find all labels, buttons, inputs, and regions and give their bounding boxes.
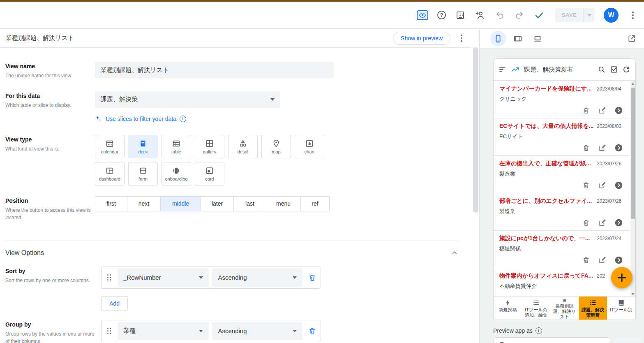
nav-tab-new-solutions[interactable]: 課題、解決策新着 — [579, 297, 607, 320]
list-item[interactable]: 部署ごとに、別のエクセルファイ... 2023/07/26 製造業 — [494, 193, 630, 231]
position-middle[interactable]: middle — [160, 196, 201, 211]
scroll-up-icon[interactable] — [631, 83, 635, 85]
open-row-icon[interactable] — [614, 181, 623, 190]
view-more-menu-icon[interactable] — [456, 33, 467, 44]
open-in-new-icon[interactable] — [628, 35, 636, 43]
view-name-input[interactable] — [95, 62, 334, 78]
view-type-onboarding[interactable]: onboarding — [162, 162, 191, 185]
sort-column-select[interactable]: _RowNumber — [118, 269, 209, 287]
delete-icon[interactable] — [582, 181, 590, 189]
list-scrollbar[interactable] — [630, 81, 635, 297]
book-icon — [561, 299, 568, 303]
sort-criterion: _RowNumber Ascending — [101, 267, 321, 289]
position-ref[interactable]: ref — [300, 196, 330, 211]
avatar[interactable]: W — [604, 8, 619, 23]
list-item[interactable]: 施設にpcが1台しかないので、一... 2023/07/24 福祉関係 — [494, 231, 630, 268]
delete-sort-icon[interactable] — [308, 273, 316, 282]
group-column-select[interactable]: 業種 — [118, 322, 209, 340]
open-row-icon[interactable] — [614, 144, 623, 152]
edit-icon[interactable] — [598, 219, 606, 227]
view-type-card[interactable]: card — [195, 162, 224, 185]
position-last[interactable]: last — [233, 196, 266, 211]
save-button[interactable]: SAVE — [555, 8, 583, 22]
undo-icon[interactable] — [494, 10, 505, 21]
add-sort-button[interactable]: Add — [101, 296, 128, 311]
view-type-map[interactable]: map — [261, 135, 291, 158]
nav-tab-it-tools-edit[interactable]: ITツールの追加、編集 — [522, 297, 550, 320]
redo-icon[interactable] — [514, 10, 525, 21]
search-icon[interactable] — [598, 65, 606, 74]
view-type-dashboard[interactable]: dashboard — [95, 162, 125, 185]
add-user-icon[interactable] — [475, 10, 485, 21]
delete-group-icon[interactable] — [308, 327, 316, 335]
edit-icon[interactable] — [598, 256, 606, 264]
map-pin-icon — [272, 139, 281, 148]
app-title: 課題、解決策新着 — [524, 66, 593, 74]
deck-list: マイナンバーカードを保険証にす... 2023/08/04 クリニック ECサイ… — [494, 81, 635, 297]
select-checkbox-icon[interactable] — [610, 65, 618, 74]
list-icon — [589, 299, 597, 306]
nav-tab-new-post[interactable]: 新規投稿 — [494, 297, 522, 320]
info-icon[interactable]: i — [180, 116, 186, 122]
position-next[interactable]: next — [127, 196, 161, 211]
view-type-table[interactable]: table — [162, 135, 191, 158]
card-icon — [205, 166, 214, 175]
more-menu-icon[interactable] — [628, 10, 638, 21]
info-icon[interactable]: i — [536, 327, 542, 334]
position-first[interactable]: first — [95, 196, 127, 211]
preview-user-input[interactable] — [493, 337, 610, 343]
delete-icon[interactable] — [582, 256, 590, 264]
list-item[interactable]: 在庫の搬出入で、正確な管理が紙... 2023/07/26 製造業 — [494, 156, 630, 193]
scrollbar-thumb[interactable] — [631, 88, 635, 219]
view-type-chart[interactable]: chart — [295, 135, 324, 158]
delete-icon[interactable] — [582, 144, 590, 152]
desktop-device-button[interactable] — [530, 31, 545, 46]
edit-icon[interactable] — [598, 107, 606, 114]
chevron-up-icon[interactable] — [451, 249, 458, 257]
chevron-down-icon — [270, 98, 275, 101]
data-table-select[interactable]: 課題、解決策 — [95, 91, 280, 108]
delete-icon[interactable] — [582, 219, 590, 227]
open-row-icon[interactable] — [614, 218, 623, 227]
add-record-fab[interactable] — [611, 267, 632, 288]
drag-handle[interactable] — [107, 274, 111, 280]
view-options-header[interactable]: View Options — [0, 241, 458, 257]
verify-check-icon[interactable] — [534, 10, 545, 21]
open-row-icon[interactable] — [614, 256, 623, 264]
view-type-gallery[interactable]: gallery — [195, 135, 224, 158]
nav-tab-industry-list[interactable]: 業種別課題、解決リスト — [550, 297, 579, 320]
apply-button[interactable]: Apply — [614, 337, 641, 343]
list-item[interactable]: マイナンバーカードを保険証にす... 2023/08/04 クリニック — [494, 81, 630, 118]
view-type-deck[interactable]: deck — [128, 135, 158, 158]
position-menu[interactable]: menu — [266, 196, 301, 211]
show-in-preview-button[interactable]: Show in preview — [393, 32, 450, 45]
delete-icon[interactable] — [582, 107, 590, 114]
sort-order-select[interactable]: Ascending — [212, 269, 302, 287]
save-dropdown-button[interactable] — [583, 8, 595, 22]
scroll-down-icon[interactable] — [631, 293, 635, 295]
edit-icon[interactable] — [598, 144, 606, 152]
refresh-icon[interactable] — [622, 65, 630, 74]
group-order-select[interactable]: Ascending — [212, 322, 302, 340]
view-type-form[interactable]: form — [128, 162, 158, 185]
app-logo-trending-icon — [511, 65, 520, 74]
use-slices-link[interactable]: Use slices to filter your data i — [95, 115, 280, 123]
preview-eye-toggle[interactable] — [417, 10, 428, 20]
views-grid-icon[interactable] — [455, 10, 466, 21]
help-icon[interactable]: ? — [437, 11, 446, 19]
editor-scrollbar[interactable] — [473, 47, 478, 213]
view-type-detail[interactable]: detail — [228, 135, 258, 158]
save-button-group: SAVE — [555, 8, 595, 22]
position-later[interactable]: later — [201, 196, 234, 211]
menu-icon[interactable] — [499, 65, 507, 74]
drag-handle[interactable] — [107, 328, 111, 334]
edit-icon[interactable] — [598, 181, 606, 189]
open-row-icon[interactable] — [614, 106, 623, 115]
view-type-calendar[interactable]: calendar — [95, 135, 125, 158]
nav-tab-by-it-tool[interactable]: ITツール別 — [607, 297, 635, 320]
list-item[interactable]: ECサイトでは、大量の個人情報を... 2023/08/03 ECサイト — [494, 118, 630, 156]
list-item[interactable]: 物件案内からオフィスに戻ってFA... 202 不動産賃貸仲介 — [494, 268, 630, 297]
mobile-device-button[interactable] — [490, 31, 506, 46]
tablet-device-button[interactable] — [510, 31, 526, 46]
chevron-down-icon — [293, 330, 297, 332]
